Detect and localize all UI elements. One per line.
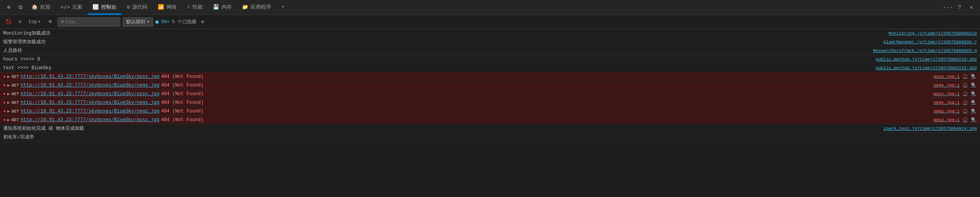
expand-arrow[interactable]: ▶ — [7, 100, 10, 105]
info-icon[interactable]: ⓘ — [962, 99, 968, 106]
console-settings-btn[interactable]: ⚙ — [199, 18, 206, 26]
sources-icon: ⚙ — [127, 4, 130, 10]
expand-arrow[interactable]: ▶ — [7, 74, 10, 79]
info-icon[interactable]: ⓘ — [962, 117, 968, 123]
clear-console-btn[interactable]: 🚫 — [3, 18, 14, 26]
source-link[interactable]: ResearchersTrack_js?time=1720575806855:4 — [870, 48, 980, 53]
source-text: posz.jpg:1 — [934, 118, 960, 122]
log-text: text >>>> BlueSky — [3, 65, 51, 71]
source-link[interactable]: posy.jpg:1 ⓘ 🔍 — [930, 91, 980, 97]
error-icon: ● — [3, 74, 6, 79]
source-text: posy.jpg:1 — [934, 92, 960, 96]
info-icon[interactable]: ⓘ — [962, 91, 968, 97]
status-text: 404 (Not Found) — [161, 100, 203, 105]
filter-input[interactable] — [65, 19, 113, 25]
search-icon[interactable]: 🔍 — [971, 74, 977, 80]
expand-arrow[interactable]: ▶ — [7, 109, 10, 114]
source-link[interactable]: AlamrManager.js?time=1720575806836:7 — [880, 40, 980, 44]
hidden-count: 5 个已隐藏 — [172, 18, 196, 25]
search-icon[interactable]: 🔍 — [971, 108, 977, 114]
error-url[interactable]: http://10.91.43.23:7777/skyboxes/BlueSky… — [20, 83, 159, 88]
tab-application[interactable]: 📁 应用程序 — [237, 0, 276, 15]
status-text: 404 (Not Found) — [161, 83, 203, 88]
tab-memory[interactable]: 💾 内存 — [208, 0, 236, 15]
network-icon: 📶 — [158, 4, 164, 10]
error-url[interactable]: http://10.91.43.23:7777/skyboxes/BlueSky… — [20, 117, 159, 123]
eye-btn[interactable]: 👁 — [46, 18, 55, 26]
method-badge: GET — [11, 100, 19, 105]
source-text: negx.jpg:1 — [934, 83, 960, 88]
source-text: Monitoring.js?time=172057580680318 — [889, 31, 977, 36]
cursor-btn[interactable]: ⊘ — [16, 18, 24, 26]
console-content: Monitoring加载成功 Monitoring.js?time=172057… — [0, 29, 980, 197]
log-text: 初化车√完成帝 — [3, 134, 34, 140]
info-icon[interactable]: ⓘ — [962, 82, 968, 88]
log-text: hours >>>>> 9 — [3, 57, 40, 62]
tab-network[interactable]: 📶 网络 — [153, 0, 181, 15]
method-badge: GET — [11, 118, 19, 122]
top-label: top — [28, 19, 37, 25]
top-selector[interactable]: top ▾ — [26, 18, 43, 26]
table-row: hours >>>>> 9 public_method.js?time=1720… — [0, 55, 980, 64]
source-text: public_method.js?time=1720575805233:393 — [876, 66, 977, 70]
filter-input-wrapper[interactable]: ≡ — [57, 17, 120, 27]
source-link[interactable]: ipark_test.js?time=1720575804924:104 — [880, 126, 980, 131]
source-link[interactable]: public_method.js?time=1720575805233:393 — [873, 66, 980, 70]
source-text: ResearchersTrack_js?time=1720575806855:4 — [873, 48, 977, 53]
expand-arrow[interactable]: ▶ — [7, 83, 10, 88]
error-url[interactable]: http://10.91.43.23:7777/skyboxes/BlueSky… — [20, 91, 159, 97]
search-icon[interactable]: 🔍 — [971, 99, 977, 106]
error-icon: ● — [3, 109, 6, 114]
help-btn[interactable]: ? — [954, 2, 965, 13]
search-icon[interactable]: 🔍 — [971, 117, 977, 123]
source-link[interactable]: posz.jpg:1 ⓘ 🔍 — [930, 117, 980, 123]
expand-arrow[interactable]: ▶ — [7, 92, 10, 96]
source-link[interactable]: negy.jpg:1 ⓘ 🔍 — [930, 99, 980, 106]
table-row: 初化车√完成帝 — [0, 133, 980, 142]
status-text: 404 (Not Found) — [161, 91, 203, 97]
source-link[interactable]: posx.jpg:1 ⓘ 🔍 — [930, 74, 980, 80]
search-icon[interactable]: 🔍 — [971, 82, 977, 88]
table-row: ● ▶ GET http://10.91.43.23:7777/skyboxes… — [0, 98, 980, 107]
tab-welcome[interactable]: 🏠 欢迎 — [27, 0, 55, 15]
source-link[interactable]: negx.jpg:1 ⓘ 🔍 — [930, 82, 980, 88]
table-row: ● ▶ GET http://10.91.43.23:7777/skyboxes… — [0, 81, 980, 90]
source-text: AlamrManager.js?time=1720575806836:7 — [883, 40, 977, 44]
tab-console[interactable]: ⬜ 控制台 — [88, 0, 121, 15]
table-row: ● ▶ GET http://10.91.43.23:7777/skyboxes… — [0, 90, 980, 98]
error-icon: ● — [3, 92, 6, 96]
info-icon[interactable]: ⓘ — [962, 108, 968, 114]
pages-btn[interactable]: ⧉ — [15, 2, 26, 13]
status-text: 404 (Not Found) — [161, 109, 203, 114]
toolbar: 🚫 ⊘ top ▾ 👁 ≡ 默认级别 ▾ 99+ 5 个已隐藏 ⚙ — [0, 15, 980, 29]
tab-elements[interactable]: </> 元素 — [56, 0, 87, 15]
info-icon[interactable]: ⓘ — [962, 74, 968, 80]
tab-add[interactable]: + — [277, 0, 289, 15]
close-btn[interactable]: ✕ — [966, 2, 977, 13]
error-url[interactable]: http://10.91.43.23:7777/skyboxes/BlueSky… — [20, 109, 159, 114]
level-select[interactable]: 默认级别 ▾ — [123, 17, 153, 27]
log-text: 人员路径 — [3, 47, 22, 54]
source-text: public_method.js?time=1720575805233:392 — [876, 57, 977, 62]
source-link[interactable]: Monitoring.js?time=172057580680318 — [886, 31, 980, 36]
source-text: posx.jpg:1 — [934, 74, 960, 79]
filter-icon: ≡ — [61, 19, 64, 25]
status-text: 404 (Not Found) — [161, 74, 203, 79]
more-options-btn[interactable]: ··· — [942, 2, 953, 13]
tab-sources[interactable]: ⚙ 源代码 — [122, 0, 152, 15]
error-url[interactable]: http://10.91.43.23:7777/skyboxes/BlueSky… — [20, 74, 159, 79]
new-tab-btn[interactable]: ⊕ — [3, 2, 14, 13]
table-row: 通知系统初始化完成 或 物体完成加载 ipark_test.js?time=17… — [0, 124, 980, 133]
home-icon: 🏠 — [31, 4, 38, 10]
error-icon: ● — [3, 83, 6, 88]
source-link[interactable]: negz.jpg:1 ⓘ 🔍 — [930, 108, 980, 114]
expand-arrow[interactable]: ▶ — [7, 118, 10, 122]
search-icon[interactable]: 🔍 — [971, 91, 977, 97]
source-text: negy.jpg:1 — [934, 100, 960, 105]
level-chevron-icon: ▾ — [147, 19, 149, 25]
table-row: ● ▶ GET http://10.91.43.23:7777/skyboxes… — [0, 116, 980, 124]
source-link[interactable]: public_method.js?time=1720575805233:392 — [873, 57, 980, 62]
method-badge: GET — [11, 74, 19, 79]
error-url[interactable]: http://10.91.43.23:7777/skyboxes/BlueSky… — [20, 100, 159, 105]
tab-performance[interactable]: ⚡ 性能 — [182, 0, 207, 15]
